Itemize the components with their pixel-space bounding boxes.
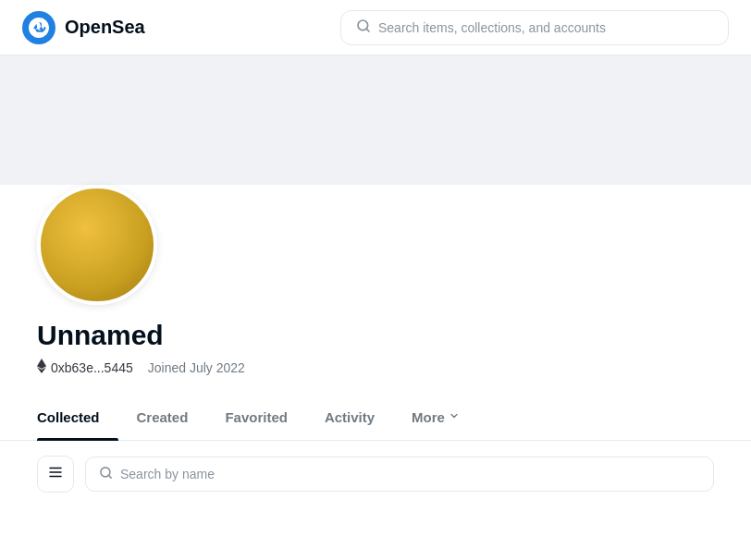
name-search-bar[interactable]: [85, 457, 714, 492]
tabs-container: Collected Created Favorited Activity Mor…: [0, 395, 751, 441]
filter-icon: [47, 464, 64, 484]
joined-date: Joined July 2022: [148, 360, 245, 375]
tab-favorited[interactable]: Favorited: [206, 395, 306, 440]
filter-row: [0, 441, 751, 507]
name-search-icon: [99, 466, 113, 482]
header: OpenSea: [0, 0, 751, 55]
filter-button[interactable]: [37, 456, 74, 493]
global-search-bar[interactable]: [340, 10, 729, 45]
global-search-input[interactable]: [378, 20, 713, 35]
tabs-nav: Collected Created Favorited Activity Mor…: [0, 395, 751, 440]
eth-icon: [37, 359, 46, 376]
logo-area[interactable]: OpenSea: [22, 11, 145, 44]
tab-activity[interactable]: Activity: [306, 395, 393, 440]
profile-meta: 0xb63e...5445 Joined July 2022: [37, 359, 714, 376]
opensea-logo-icon: [22, 11, 55, 44]
avatar-wrapper: [37, 185, 714, 305]
name-search-input[interactable]: [120, 467, 700, 481]
svg-line-6: [108, 475, 111, 478]
tab-collected[interactable]: Collected: [37, 395, 118, 440]
profile-name: Unnamed: [37, 320, 714, 351]
logo-text: OpenSea: [65, 17, 145, 38]
svg-line-1: [366, 29, 369, 31]
search-icon: [356, 18, 371, 37]
profile-section: Unnamed 0xb63e...5445 Joined July 2022: [0, 185, 751, 376]
chevron-down-icon: [449, 410, 460, 424]
tab-created[interactable]: Created: [118, 395, 207, 440]
wallet-address-text: 0xb63e...5445: [51, 360, 133, 375]
wallet-address: 0xb63e...5445: [37, 359, 133, 376]
avatar: [37, 185, 157, 305]
tab-more[interactable]: More: [393, 395, 478, 440]
